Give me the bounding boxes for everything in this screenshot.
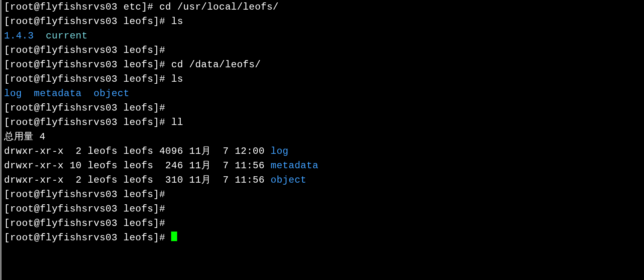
terminal-line: [root@flyfishsrvs03 leofs]# <box>4 43 642 58</box>
terminal-text-segment: [root@flyfishsrvs03 leofs]# ls <box>4 74 183 85</box>
terminal-text-segment <box>22 88 34 99</box>
terminal-text-segment: drwxr-xr-x 2 leofs leofs 310 11月 7 11:56 <box>4 175 271 185</box>
terminal-text-segment: [root@flyfishsrvs03 leofs]# cd /data/leo… <box>4 59 261 70</box>
terminal-text-segment: [root@flyfishsrvs03 etc]# cd /usr/local/… <box>4 2 279 12</box>
terminal-line: [root@flyfishsrvs03 leofs]# <box>4 202 642 216</box>
terminal-text-segment: object <box>271 175 306 185</box>
terminal-line: [root@flyfishsrvs03 leofs]# ll <box>4 115 642 130</box>
terminal-line: 1.4.3 current <box>4 29 642 43</box>
terminal-line: [root@flyfishsrvs03 leofs]# <box>4 101 642 115</box>
terminal-text-segment <box>82 88 94 99</box>
terminal-line: drwxr-xr-x 2 leofs leofs 4096 11月 7 12:0… <box>4 144 642 159</box>
terminal-text-segment: [root@flyfishsrvs03 leofs]# ls <box>4 16 183 27</box>
terminal-text-segment <box>34 30 46 41</box>
terminal-text-segment: [root@flyfishsrvs03 leofs]# <box>4 218 171 229</box>
terminal-text-segment: [root@flyfishsrvs03 leofs]# ll <box>4 117 183 128</box>
terminal-line: [root@flyfishsrvs03 leofs]# <box>4 216 642 231</box>
terminal-line: [root@flyfishsrvs03 leofs]# cd /data/leo… <box>4 58 642 72</box>
terminal-line: [root@flyfishsrvs03 leofs]# <box>4 231 642 245</box>
terminal-line: [root@flyfishsrvs03 leofs]# ls <box>4 14 642 29</box>
terminal-line: [root@flyfishsrvs03 etc]# cd /usr/local/… <box>4 0 642 14</box>
terminal-text-segment: log <box>4 88 22 99</box>
terminal-text-segment: drwxr-xr-x 2 leofs leofs 4096 11月 7 12:0… <box>4 146 271 157</box>
terminal-line: [root@flyfishsrvs03 leofs]# <box>4 187 642 202</box>
terminal-text-segment: [root@flyfishsrvs03 leofs]# <box>4 45 171 56</box>
cursor <box>171 232 177 241</box>
terminal-line: [root@flyfishsrvs03 leofs]# ls <box>4 72 642 87</box>
terminal-text-segment: 1.4.3 <box>4 30 34 41</box>
terminal-text-segment: log <box>271 146 289 157</box>
terminal-line: drwxr-xr-x 2 leofs leofs 310 11月 7 11:56… <box>4 173 642 187</box>
terminal-text-segment: [root@flyfishsrvs03 leofs]# <box>4 232 171 243</box>
terminal-text-segment: 总用量 4 <box>4 131 45 142</box>
terminal-text-segment: [root@flyfishsrvs03 leofs]# <box>4 103 171 113</box>
terminal-line: log metadata object <box>4 87 642 101</box>
terminal-output[interactable]: [root@flyfishsrvs03 etc]# cd /usr/local/… <box>2 0 644 245</box>
terminal-text-segment: metadata <box>34 88 82 99</box>
terminal-text-segment: [root@flyfishsrvs03 leofs]# <box>4 203 171 214</box>
terminal-text-segment: drwxr-xr-x 10 leofs leofs 246 11月 7 11:5… <box>4 160 271 171</box>
terminal-text-segment: [root@flyfishsrvs03 leofs]# <box>4 189 171 200</box>
terminal-text-segment: current <box>46 30 87 41</box>
terminal-line: 总用量 4 <box>4 130 642 144</box>
terminal-text-segment: metadata <box>271 160 318 171</box>
terminal-line: drwxr-xr-x 10 leofs leofs 246 11月 7 11:5… <box>4 159 642 173</box>
terminal-text-segment: object <box>94 88 129 99</box>
